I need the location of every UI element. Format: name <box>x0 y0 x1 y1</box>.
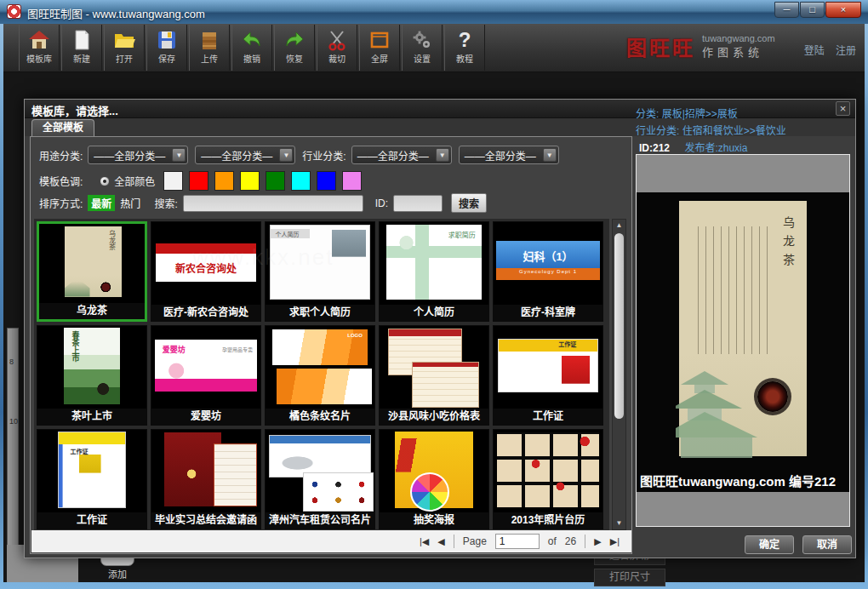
pager-divider <box>585 535 585 548</box>
add-tool-label: 添加 <box>97 567 138 580</box>
thumbnail-inner-text: 工作证 <box>70 447 88 455</box>
save-icon <box>156 29 178 51</box>
template-thumbnail[interactable]: 春茶上市茶叶上市 <box>37 325 147 426</box>
upload-icon <box>198 29 220 51</box>
template-thumbnail[interactable]: 2013年照片台历 <box>493 429 603 529</box>
thumbnail-image <box>266 430 374 512</box>
color-swatch[interactable] <box>342 171 362 191</box>
crop-button[interactable]: 裁切 <box>317 25 357 71</box>
first-page-button[interactable]: |◀ <box>420 536 429 547</box>
industry-category-select-2[interactable]: ——全部分类— ▼ <box>459 146 559 164</box>
settings-button[interactable]: 设置 <box>402 25 443 71</box>
thumbnail-label: 工作证 <box>494 409 602 425</box>
app-window: 图旺旺制图 - www.tuwangwang.com ─ □ × 模板库 新建 … <box>0 0 868 589</box>
template-thumbnail[interactable]: 漳州汽车租赁公司名片 <box>265 429 375 529</box>
scrollbar-thumb[interactable] <box>614 233 624 419</box>
prev-page-button[interactable]: ◀ <box>437 536 444 547</box>
thumbnail-image: 爱婴坊孕婴用品专卖 <box>151 326 260 409</box>
thumbnail-label: 茶叶上市 <box>37 409 146 425</box>
next-page-button[interactable]: ▶ <box>594 536 601 547</box>
industry-category-select-1[interactable]: ——全部分类— ▼ <box>351 146 452 164</box>
usage-category-select-2[interactable]: ——全部分类— ▼ <box>195 146 295 164</box>
color-swatches <box>163 171 362 191</box>
template-thumbnail[interactable]: 工作证工作证 <box>493 325 603 426</box>
minimize-button[interactable]: ─ <box>774 2 799 18</box>
template-thumbnail[interactable]: 爱婴坊孕婴用品专卖爱婴坊 <box>151 325 261 426</box>
maximize-button[interactable]: □ <box>800 2 825 18</box>
save-button[interactable]: 保存 <box>146 25 187 71</box>
thumbnail-inner-text: 春茶上市 <box>70 331 81 362</box>
redo-button[interactable]: 恢复 <box>274 25 315 71</box>
last-page-button[interactable]: ▶| <box>610 536 620 547</box>
scroll-up-icon[interactable]: ▲ <box>613 220 625 232</box>
chevron-down-icon: ▼ <box>436 148 449 162</box>
thumbnail-inner-text: 妇科（1） <box>494 248 602 264</box>
sort-hot-toggle[interactable]: 热门 <box>120 196 140 210</box>
search-input[interactable] <box>183 195 363 212</box>
scroll-down-icon[interactable]: ▼ <box>613 518 625 529</box>
new-file-icon <box>71 29 93 51</box>
all-colors-radio[interactable] <box>100 176 110 186</box>
toolbar-button-label: 新建 <box>62 52 101 65</box>
register-link[interactable]: 注册 <box>836 45 856 57</box>
red-seal <box>757 381 788 412</box>
of-label: of <box>548 535 557 547</box>
id-input[interactable] <box>393 195 443 212</box>
grid-scrollbar[interactable]: ▲ ▼ <box>612 219 626 530</box>
color-swatch[interactable] <box>266 171 285 191</box>
thumbnail-image: 乌龙茶 <box>39 224 145 303</box>
upload-button[interactable]: 上传 <box>189 25 230 71</box>
color-swatch[interactable] <box>240 171 260 191</box>
color-swatch[interactable] <box>163 171 183 191</box>
template-thumbnail[interactable]: 毕业实习总结会邀请函 <box>151 429 261 529</box>
print-size-button[interactable]: 打印尺寸 <box>594 569 665 586</box>
template-thumbnail[interactable]: 新农合咨询处医疗-新农合咨询处 <box>151 221 261 322</box>
preview-panel: 分类: 展板|招牌>>展板 行业分类: 住宿和餐饮业>>餐饮业 ID:212 发… <box>634 103 854 556</box>
template-thumbnail[interactable]: 妇科（1）Gynecology Dept 1医疗-科室牌 <box>493 221 603 322</box>
template-thumbnail[interactable]: LOGO橘色条纹名片 <box>265 325 375 426</box>
template-thumbnail[interactable]: 个人简历求职个人简历 <box>265 221 375 322</box>
thumbnail-label: 乌龙茶 <box>39 303 145 319</box>
search-button[interactable]: 搜索 <box>451 193 487 213</box>
app-logo-icon <box>7 4 21 19</box>
industry-value: 住宿和餐饮业>>餐饮业 <box>682 125 786 137</box>
fullscreen-button[interactable]: 全屏 <box>359 25 400 71</box>
color-swatch[interactable] <box>214 171 234 191</box>
page-number-input[interactable] <box>495 534 540 549</box>
thumbnail-image <box>151 430 260 512</box>
template-thumbnail[interactable]: 沙县风味小吃价格表 <box>379 325 489 426</box>
thumbnail-image: 妇科（1）Gynecology Dept 1 <box>494 222 602 305</box>
undo-button[interactable]: 撤销 <box>231 25 272 71</box>
thumbnail-image: LOGO <box>266 326 374 409</box>
template-thumbnail[interactable]: 工作证工作证 <box>37 429 147 529</box>
industry-label: 行业分类: <box>636 125 679 137</box>
color-swatch[interactable] <box>317 171 336 191</box>
thumbnail-label: 漳州汽车租赁公司名片 <box>266 512 374 529</box>
brand-area: 图旺旺 tuwangwang.com 作图系统 <box>626 31 775 61</box>
total-pages: 26 <box>565 535 576 547</box>
color-swatch[interactable] <box>189 171 208 191</box>
login-link[interactable]: 登陆 <box>804 45 825 57</box>
ruler-number: 10 <box>9 417 18 426</box>
template-library-button[interactable]: 模板库 <box>19 25 60 71</box>
usage-category-select-1[interactable]: ——全部分类— ▼ <box>88 146 188 164</box>
sort-newest-toggle[interactable]: 最新 <box>88 195 115 211</box>
help-button[interactable]: ? 教程 <box>444 25 485 71</box>
template-thumbnail[interactable]: 求职简历个人简历 <box>379 221 489 322</box>
ok-button[interactable]: 确定 <box>745 535 794 554</box>
select-value: ——全部分类— <box>465 148 536 163</box>
thumbnail-image: 春茶上市 <box>37 326 146 409</box>
sort-label: 排序方式: <box>39 196 83 210</box>
toolbar-button-label: 保存 <box>147 52 186 65</box>
select-value: ——全部分类— <box>357 148 429 163</box>
toolbar-button-label: 上传 <box>190 52 229 65</box>
tab-all-templates[interactable]: 全部模板 <box>31 119 94 136</box>
open-button[interactable]: 打开 <box>104 25 145 71</box>
publisher: 发布者:zhuxia <box>684 142 747 154</box>
color-swatch[interactable] <box>291 171 311 191</box>
cancel-button[interactable]: 取消 <box>802 535 852 554</box>
close-button[interactable]: × <box>825 2 861 18</box>
template-thumbnail[interactable]: 乌龙茶乌龙茶 <box>37 221 147 322</box>
new-file-button[interactable]: 新建 <box>61 25 102 71</box>
template-thumbnail[interactable]: 抽奖海报 <box>379 429 489 529</box>
